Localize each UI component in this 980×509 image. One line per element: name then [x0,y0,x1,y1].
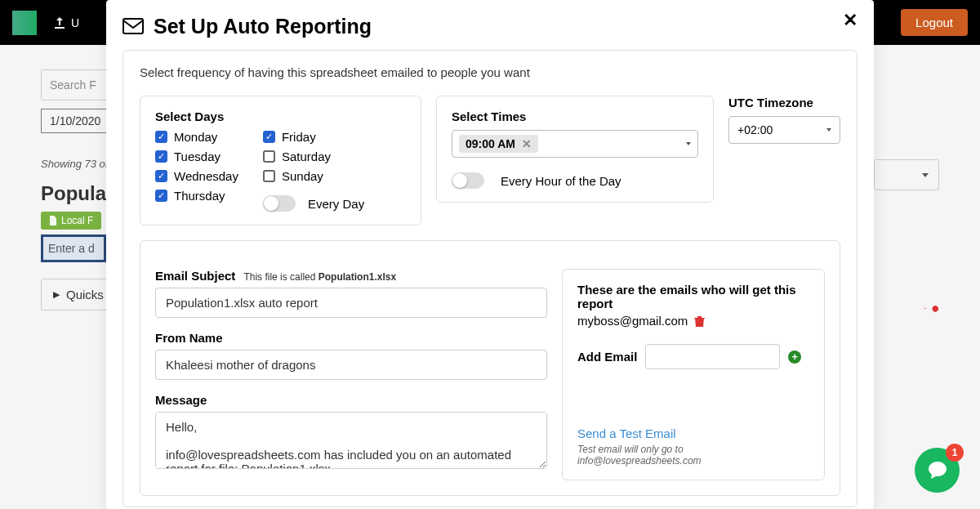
checkbox-checked-icon: ✓ [155,131,167,143]
timezone-panel: UTC Timezone +02:00 [728,96,840,144]
select-days-panel: Select Days ✓Monday ✓Tuesday ✓Wednesday … [140,96,421,225]
select-times-label: Select Times [452,109,698,123]
intro-text: Select frequency of having this spreadsh… [140,65,840,79]
every-day-toggle[interactable] [263,195,296,212]
test-email-note: Test email will only go to info@lovespre… [577,444,809,467]
description-input[interactable]: Enter a d [41,234,106,262]
chat-notification-badge: 1 [946,444,964,462]
day-thursday[interactable]: ✓Thursday [155,189,238,203]
from-name-input[interactable] [155,350,547,380]
send-test-email-link[interactable]: Send a Test Email [577,426,809,440]
auto-reporting-modal: Set Up Auto Reporting ✕ Select frequency… [106,0,874,509]
chevron-down-icon [922,173,929,177]
chevron-down-icon [686,142,691,145]
trash-icon [694,315,705,327]
date-input[interactable]: 1/10/2020 [41,109,114,133]
checkbox-checked-icon: ✓ [263,131,275,143]
every-hour-toggle[interactable] [452,172,484,189]
checkbox-unchecked-icon [263,170,275,182]
local-file-badge: Local F [41,212,101,230]
day-saturday[interactable]: Saturday [263,150,364,163]
modal-close-button[interactable]: ✕ [843,11,858,29]
bg-right-dropdown[interactable] [874,159,939,190]
time-select-dropdown[interactable]: 09:00 AM ✕ [452,130,698,158]
modal-body-panel: Select frequency of having this spreadsh… [122,50,858,507]
message-textarea[interactable]: Hello, info@lovespreadsheets.com has inc… [155,412,547,469]
every-day-label: Every Day [308,197,364,211]
add-email-button[interactable]: + [788,350,801,364]
recipient-row: myboss@gmail.com [577,314,809,328]
envelope-icon [122,18,144,36]
add-email-label: Add Email [577,350,637,364]
from-name-label: From Name [155,331,547,345]
add-email-input[interactable] [645,344,780,369]
quickstart-row[interactable]: ▶ Quicks [41,279,114,310]
recipients-panel: These are the emails who will get this r… [562,269,825,480]
day-sunday[interactable]: Sunday [263,169,364,183]
logout-button[interactable]: Logout [901,9,968,36]
email-subject-label: Email Subject This file is called Popula… [155,269,547,283]
day-friday[interactable]: ✓Friday [263,130,364,144]
delete-recipient-button[interactable] [694,315,705,327]
api-key-icon[interactable] [924,302,939,317]
checkbox-checked-icon: ✓ [155,190,167,202]
svg-rect-0 [123,19,143,33]
email-content-panel: Email Subject This file is called Popula… [140,240,840,496]
chevron-down-icon [826,128,831,132]
select-times-panel: Select Times 09:00 AM ✕ Every Hour of th… [436,96,714,203]
checkbox-unchecked-icon [263,150,275,163]
remove-time-button[interactable]: ✕ [522,137,532,150]
app-logo [12,11,37,35]
day-wednesday[interactable]: ✓Wednesday [155,169,238,183]
file-icon [49,216,57,225]
timezone-label: UTC Timezone [728,96,840,109]
time-chip: 09:00 AM ✕ [459,135,538,153]
every-hour-label: Every Hour of the Day [501,174,621,188]
checkbox-checked-icon: ✓ [155,150,167,163]
timezone-select[interactable]: +02:00 [728,116,840,144]
chat-button[interactable]: 1 [915,448,960,493]
message-label: Message [155,393,547,407]
email-subject-input[interactable] [155,288,547,318]
upload-button[interactable]: U [53,16,79,29]
modal-title: Set Up Auto Reporting [122,15,858,38]
select-days-label: Select Days [155,109,406,123]
checkbox-checked-icon: ✓ [155,170,167,182]
chat-icon [926,459,949,482]
day-monday[interactable]: ✓Monday [155,130,238,144]
upload-icon [53,16,66,29]
day-tuesday[interactable]: ✓Tuesday [155,150,238,163]
recipients-header: These are the emails who will get this r… [577,283,809,310]
